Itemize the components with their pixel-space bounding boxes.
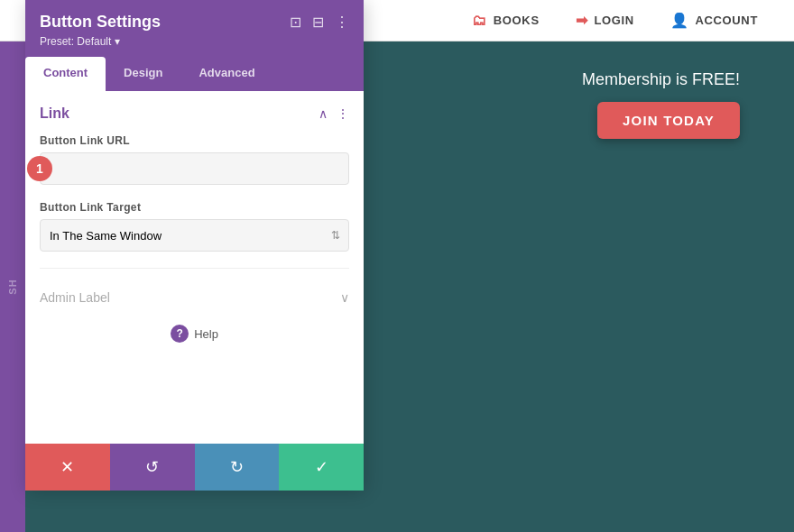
admin-label-text: Admin Label	[40, 290, 110, 305]
section-divider	[40, 268, 349, 269]
login-icon: ➡	[576, 12, 588, 29]
account-icon: 👤	[670, 12, 689, 29]
panel-preset[interactable]: Preset: Default ▾	[40, 35, 349, 48]
join-today-button[interactable]: JOIN TODAY	[597, 102, 740, 139]
section-title: Link	[40, 105, 69, 122]
nav-books[interactable]: 🗂 BOOKS	[472, 13, 540, 29]
confirm-button[interactable]: ✓	[279, 444, 364, 491]
link-target-field-row: Button Link Target In The Same Window In…	[40, 201, 349, 252]
sidebar-text: SH	[7, 279, 18, 294]
tab-advanced[interactable]: Advanced	[180, 57, 272, 91]
link-url-input[interactable]	[40, 152, 349, 185]
panel-header: Button Settings ⊡ ⊟ ⋮ Preset: Default ▾	[25, 0, 364, 57]
admin-label-row[interactable]: Admin Label ∨	[40, 281, 349, 314]
link-url-label: Button Link URL	[40, 134, 349, 147]
more-icon[interactable]: ⋮	[335, 14, 349, 31]
panel-title-row: Button Settings ⊡ ⊟ ⋮	[40, 13, 349, 32]
help-text: Help	[194, 327, 218, 341]
step-badge: 1	[27, 156, 52, 181]
panel-body: Link ∧ ⋮ Button Link URL 1 Button Link T…	[25, 91, 364, 444]
panel-header-icons: ⊡ ⊟ ⋮	[290, 14, 349, 31]
panel-tabs: Content Design Advanced	[25, 57, 364, 91]
redo-button[interactable]: ↻	[195, 444, 280, 491]
nav-login[interactable]: ➡ LOGIN	[576, 12, 634, 29]
section-icons: ∧ ⋮	[319, 106, 349, 121]
books-label: BOOKS	[494, 14, 540, 27]
link-target-select-wrapper: In The Same Window In A New Tab In A New…	[40, 219, 349, 252]
nav-account[interactable]: 👤 ACCOUNT	[670, 12, 758, 29]
link-target-label: Button Link Target	[40, 201, 349, 214]
panel-footer: ✕ ↺ ↻ ✓	[25, 444, 364, 491]
tab-content[interactable]: Content	[25, 57, 106, 91]
panel-title: Button Settings	[40, 13, 161, 32]
left-sidebar: SH	[0, 41, 25, 532]
section-more-icon[interactable]: ⋮	[337, 106, 349, 121]
link-section-header: Link ∧ ⋮	[40, 105, 349, 122]
link-target-select[interactable]: In The Same Window In A New Tab In A New…	[40, 219, 349, 252]
collapse-icon[interactable]: ∧	[319, 106, 328, 121]
help-row[interactable]: ? Help	[40, 314, 349, 353]
banner-text: Membership is FREE!	[582, 70, 740, 89]
admin-label-chevron-down-icon: ∨	[340, 290, 349, 305]
account-label: ACCOUNT	[695, 14, 758, 27]
columns-icon[interactable]: ⊟	[312, 14, 324, 31]
tab-design[interactable]: Design	[106, 57, 180, 91]
help-icon: ?	[171, 325, 189, 343]
books-icon: 🗂	[472, 13, 487, 29]
link-url-field-row: Button Link URL 1	[40, 134, 349, 185]
cancel-button[interactable]: ✕	[25, 444, 110, 491]
settings-panel: Button Settings ⊡ ⊟ ⋮ Preset: Default ▾ …	[25, 0, 364, 491]
expand-icon[interactable]: ⊡	[290, 14, 301, 31]
undo-button[interactable]: ↺	[110, 444, 195, 491]
main-area: SH Membership is FREE! JOIN TODAY	[0, 41, 794, 532]
login-label: LOGIN	[594, 14, 633, 27]
